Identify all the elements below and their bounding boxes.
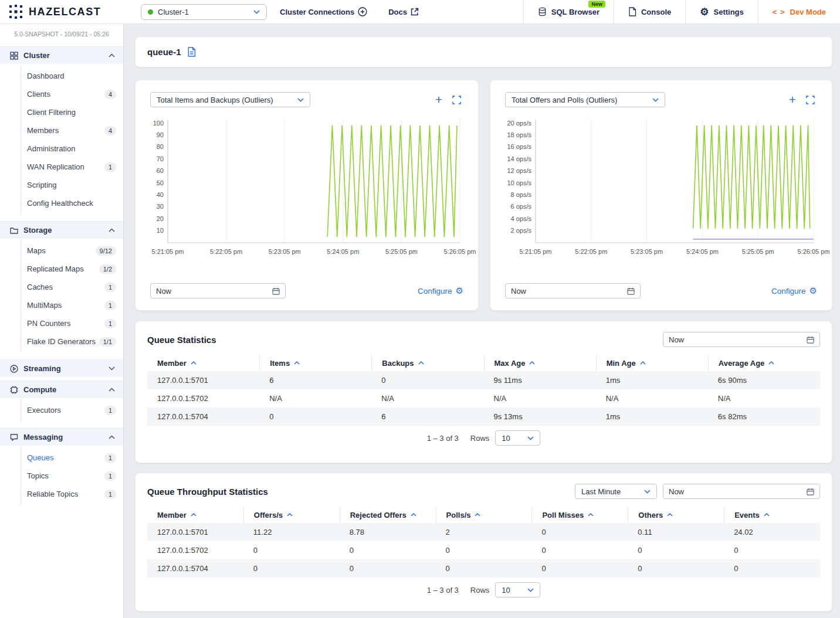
column-header-min-age[interactable]: Min Age <box>596 355 708 371</box>
column-header-backups[interactable]: Backups <box>371 355 483 371</box>
calendar-icon <box>807 336 814 344</box>
sidebar-item-maps[interactable]: Maps9/12 <box>0 242 123 260</box>
cluster-status-dot <box>148 9 153 15</box>
cell: 0.11 <box>628 523 724 541</box>
item-label: Administration <box>27 144 75 153</box>
cluster-select[interactable]: Cluster-1 <box>141 4 267 20</box>
sidebar-section-cluster[interactable]: Cluster <box>0 46 123 64</box>
streaming-icon <box>10 365 18 373</box>
sidebar-item-scripting[interactable]: Scripting <box>0 176 123 194</box>
document-icon[interactable] <box>187 47 196 57</box>
column-label: Polls/s <box>446 511 471 519</box>
column-header-member[interactable]: Member <box>147 355 259 371</box>
docs-link[interactable]: Docs <box>388 8 419 16</box>
sql-browser-button[interactable]: New SQL Browser <box>523 0 614 23</box>
sidebar-section-compute[interactable]: Compute <box>0 381 123 398</box>
configure-link[interactable]: Configure ⚙ <box>771 286 817 296</box>
column-header-average-age[interactable]: Average Age <box>708 355 820 371</box>
time-picker-input[interactable]: Now <box>505 283 641 298</box>
column-header-items[interactable]: Items <box>259 355 371 371</box>
page-size-select[interactable]: 10 <box>495 582 540 597</box>
column-label: Max Age <box>494 359 526 368</box>
column-header-member[interactable]: Member <box>147 507 243 523</box>
svg-text:30: 30 <box>157 203 164 210</box>
sidebar-item-config-healthcheck[interactable]: Config Healthcheck <box>0 194 123 212</box>
console-button[interactable]: Console <box>614 0 685 23</box>
cell-member: 127.0.0.1:5702 <box>147 389 259 408</box>
add-widget-button[interactable]: + <box>789 96 796 104</box>
sidebar-item-administration[interactable]: Administration <box>0 140 123 158</box>
column-label: Average Age <box>719 359 765 368</box>
column-header-others[interactable]: Others <box>628 507 724 523</box>
hazelcast-logo: HAZELCAST <box>0 4 133 19</box>
column-header-events[interactable]: Events <box>724 507 820 523</box>
docs-label: Docs <box>388 8 407 16</box>
item-label: Caches <box>27 283 53 291</box>
compute-icon <box>10 386 18 394</box>
item-label: WAN Replication <box>27 162 84 171</box>
sidebar-item-multimaps[interactable]: MultiMaps1 <box>0 296 123 314</box>
sidebar-section-messaging[interactable]: Messaging <box>0 428 123 446</box>
sidebar-item-flake-id-generators[interactable]: Flake ID Generators1/1 <box>0 332 123 351</box>
metric-select[interactable]: Total Offers and Polls (Outliers) <box>505 92 665 107</box>
chevron-down-icon <box>527 436 534 440</box>
sidebar-item-wan-replication[interactable]: WAN Replication1 <box>0 158 123 176</box>
cluster-connections-link[interactable]: Cluster Connections <box>280 7 367 16</box>
page-size-select[interactable]: 10 <box>495 430 540 446</box>
sidebar-item-executors[interactable]: Executors1 <box>0 401 123 419</box>
section-label: Compute <box>23 385 103 394</box>
configure-label: Configure <box>418 287 452 296</box>
sort-chevron-up-icon <box>529 361 535 365</box>
time-picker-input[interactable]: Now <box>150 283 286 298</box>
sidebar-item-replicated-maps[interactable]: Replicated Maps1/2 <box>0 260 123 278</box>
sort-chevron-up-icon <box>411 513 416 517</box>
chevron-down-icon <box>644 490 651 494</box>
chevron-up-icon <box>109 435 115 439</box>
expand-icon[interactable] <box>806 96 815 104</box>
sidebar-section-streaming[interactable]: Streaming <box>0 359 123 377</box>
item-label: MultiMaps <box>27 301 62 310</box>
sidebar-item-reliable-topics[interactable]: Reliable Topics1 <box>0 485 123 503</box>
interval-select-value: Last Minute <box>581 487 621 496</box>
metric-select[interactable]: Total Items and Backups (Outliers) <box>150 92 310 107</box>
column-label: Rejected Offers <box>350 511 407 519</box>
settings-button[interactable]: ⚙ Settings <box>685 0 758 23</box>
expand-icon[interactable] <box>452 96 461 104</box>
time-picker-input[interactable]: Now <box>663 332 820 347</box>
configure-link[interactable]: Configure ⚙ <box>418 286 463 296</box>
new-badge: New <box>588 1 605 8</box>
column-header-max-age[interactable]: Max Age <box>484 355 596 371</box>
column-header-polls[interactable]: Polls/s <box>436 507 532 523</box>
sidebar-item-clients[interactable]: Clients4 <box>0 85 123 103</box>
sidebar-item-queues[interactable]: Queues1 <box>0 449 123 467</box>
item-label: Queues <box>27 453 54 462</box>
column-header-offers[interactable]: Offers/s <box>243 507 340 523</box>
item-label: Config Healthcheck <box>27 199 93 208</box>
dev-mode-button[interactable]: < > Dev Mode <box>758 0 840 23</box>
chevron-up-icon <box>109 53 115 57</box>
svg-text:5:22:05 pm: 5:22:05 pm <box>575 248 607 255</box>
sidebar-item-members[interactable]: Members4 <box>0 121 123 140</box>
add-widget-button[interactable]: + <box>435 96 442 104</box>
item-label: PN Counters <box>27 319 70 328</box>
section-label: Streaming <box>23 364 103 373</box>
sidebar-item-dashboard[interactable]: Dashboard <box>0 67 123 85</box>
sidebar-item-client-filtering[interactable]: Client Filtering <box>0 103 123 121</box>
sidebar-item-pn-counters[interactable]: PN Counters1 <box>0 314 123 332</box>
time-picker-input[interactable]: Now <box>663 484 820 499</box>
table-row: 127.0.0.1:5704 0 6 9s 13ms 1ms 6s 82ms <box>147 408 820 426</box>
pagination: 1 – 3 of 3 Rows 10 <box>147 582 820 597</box>
sidebar-item-topics[interactable]: Topics1 <box>0 467 123 485</box>
item-label: Maps <box>27 246 46 255</box>
column-label: Items <box>270 359 290 368</box>
sidebar-section-storage[interactable]: Storage <box>0 221 123 239</box>
cell: 0 <box>531 559 628 578</box>
chevron-down-icon <box>297 98 304 102</box>
interval-select[interactable]: Last Minute <box>575 484 657 499</box>
sidebar-item-caches[interactable]: Caches1 <box>0 278 123 296</box>
sort-chevron-up-icon <box>768 361 774 365</box>
messaging-items: Queues1 Topics1 Reliable Topics1 <box>0 446 123 508</box>
column-header-poll-misses[interactable]: Poll Misses <box>531 507 628 523</box>
column-header-rejected-offers[interactable]: Rejected Offers <box>340 507 436 523</box>
sort-chevron-up-icon <box>764 513 770 517</box>
